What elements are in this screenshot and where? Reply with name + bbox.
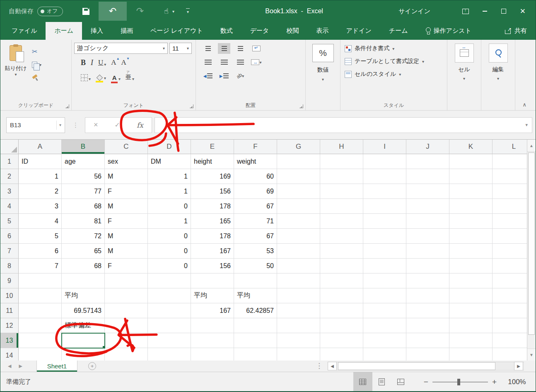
- cell-B4[interactable]: 68: [62, 199, 105, 214]
- font-dialog-launcher[interactable]: [190, 104, 193, 108]
- cell-B5[interactable]: 81: [62, 214, 105, 229]
- ribbon-display-options-button[interactable]: [456, 3, 475, 19]
- cell-A8[interactable]: 7: [19, 259, 62, 273]
- cell-I6[interactable]: [363, 229, 406, 244]
- cell-B13[interactable]: [62, 333, 105, 348]
- page-break-view-button[interactable]: [391, 372, 410, 392]
- row-header-9[interactable]: 9: [0, 273, 19, 288]
- cell-styles-button[interactable]: セルのスタイル▾: [345, 69, 444, 79]
- cell-K6[interactable]: [449, 229, 493, 244]
- cell-K12[interactable]: [449, 318, 493, 333]
- touch-mode-button[interactable]: ☝: [164, 7, 169, 16]
- tab-view[interactable]: 表示: [307, 22, 337, 40]
- new-sheet-button[interactable]: +: [88, 362, 96, 370]
- align-bottom-button[interactable]: [234, 43, 246, 54]
- cell-B9[interactable]: [62, 273, 105, 288]
- column-header-F[interactable]: F: [234, 140, 277, 154]
- cell-G13[interactable]: [277, 333, 320, 348]
- cell-F14[interactable]: [234, 348, 277, 361]
- normal-view-button[interactable]: [353, 372, 372, 392]
- cell-E7[interactable]: 167: [191, 244, 234, 259]
- cell-G7[interactable]: [277, 244, 320, 259]
- tab-formulas[interactable]: 数式: [212, 22, 241, 40]
- cell-H7[interactable]: [320, 244, 363, 259]
- cell-F5[interactable]: 71: [234, 214, 277, 229]
- cell-J6[interactable]: [406, 229, 449, 244]
- cell-A3[interactable]: 2: [19, 184, 62, 199]
- scroll-right-button[interactable]: ▶: [514, 362, 523, 370]
- tab-insert[interactable]: 挿入: [82, 22, 112, 40]
- cell-I7[interactable]: [363, 244, 406, 259]
- cells-button[interactable]: [455, 44, 474, 63]
- cell-D10[interactable]: [148, 288, 191, 303]
- cell-A7[interactable]: 6: [19, 244, 62, 259]
- horizontal-scroll-thumb[interactable]: [338, 362, 495, 370]
- cell-A9[interactable]: [19, 273, 62, 288]
- alignment-dialog-launcher[interactable]: [299, 104, 303, 108]
- cell-I3[interactable]: [363, 184, 406, 199]
- insert-function-button[interactable]: fx: [137, 121, 143, 129]
- cell-J13[interactable]: [406, 333, 449, 348]
- cell-H14[interactable]: [320, 348, 363, 361]
- cell-C8[interactable]: F: [105, 259, 148, 273]
- cell-C1[interactable]: sex: [105, 154, 148, 169]
- cell-K14[interactable]: [449, 348, 493, 361]
- cell-C3[interactable]: F: [105, 184, 148, 199]
- cell-C9[interactable]: [105, 273, 148, 288]
- cell-H2[interactable]: [320, 169, 363, 184]
- cell-J11[interactable]: [406, 303, 449, 318]
- cell-C6[interactable]: M: [105, 229, 148, 244]
- scroll-down-button[interactable]: ▼: [527, 348, 536, 361]
- row-header-8[interactable]: 8: [0, 259, 19, 273]
- zoom-in-button[interactable]: +: [488, 377, 501, 387]
- tab-tell-me[interactable]: 操作アシスト: [417, 22, 480, 40]
- cell-H3[interactable]: [320, 184, 363, 199]
- column-header-D[interactable]: D: [148, 140, 191, 154]
- cell-B11[interactable]: 69.57143: [62, 303, 105, 318]
- row-header-3[interactable]: 3: [0, 184, 19, 199]
- cut-button[interactable]: ✂: [32, 47, 41, 56]
- cell-D13[interactable]: [148, 333, 191, 348]
- cell-H6[interactable]: [320, 229, 363, 244]
- format-as-table-button[interactable]: テーブルとして書式設定▾: [345, 56, 444, 66]
- column-header-H[interactable]: H: [320, 140, 363, 154]
- cell-J12[interactable]: [406, 318, 449, 333]
- cell-C12[interactable]: [105, 318, 148, 333]
- cell-A11[interactable]: [19, 303, 62, 318]
- row-header-12[interactable]: 12: [0, 318, 19, 333]
- cell-I4[interactable]: [363, 199, 406, 214]
- phonetic-guide-button[interactable]: 亜▾: [126, 74, 134, 81]
- tab-draw[interactable]: 描画: [112, 22, 142, 40]
- tab-data[interactable]: データ: [241, 22, 278, 40]
- fill-handle[interactable]: [102, 346, 105, 348]
- cell-D3[interactable]: 1: [148, 184, 191, 199]
- cell-B10[interactable]: 平均: [62, 288, 105, 303]
- cell-E4[interactable]: 178: [191, 199, 234, 214]
- cell-B3[interactable]: 77: [62, 184, 105, 199]
- cell-I5[interactable]: [363, 214, 406, 229]
- cell-F8[interactable]: 50: [234, 259, 277, 273]
- underline-button[interactable]: U▾: [98, 58, 106, 67]
- align-left-button[interactable]: [202, 57, 214, 68]
- cell-A1[interactable]: ID: [19, 154, 62, 169]
- save-button[interactable]: [79, 2, 93, 21]
- column-header-C[interactable]: C: [105, 140, 148, 154]
- cell-H9[interactable]: [320, 273, 363, 288]
- orientation-button[interactable]: ab▾: [234, 70, 246, 81]
- tab-home[interactable]: ホーム: [46, 22, 82, 40]
- increase-indent-button[interactable]: ▶: [218, 70, 230, 81]
- row-header-6[interactable]: 6: [0, 229, 19, 244]
- cell-I10[interactable]: [363, 288, 406, 303]
- cell-K5[interactable]: [449, 214, 493, 229]
- cell-E13[interactable]: [191, 333, 234, 348]
- cell-J10[interactable]: [406, 288, 449, 303]
- cell-K9[interactable]: [449, 273, 493, 288]
- cell-E6[interactable]: 178: [191, 229, 234, 244]
- font-color-button[interactable]: A▾: [111, 74, 121, 81]
- autosave-toggle[interactable]: オフ: [37, 7, 63, 16]
- column-header-B[interactable]: B: [62, 140, 105, 154]
- name-box[interactable]: B13 ▾: [6, 117, 65, 133]
- row-header-14[interactable]: 14: [0, 348, 19, 361]
- align-middle-button[interactable]: [218, 43, 230, 54]
- formula-bar-drag-handle[interactable]: ⋮: [72, 121, 79, 129]
